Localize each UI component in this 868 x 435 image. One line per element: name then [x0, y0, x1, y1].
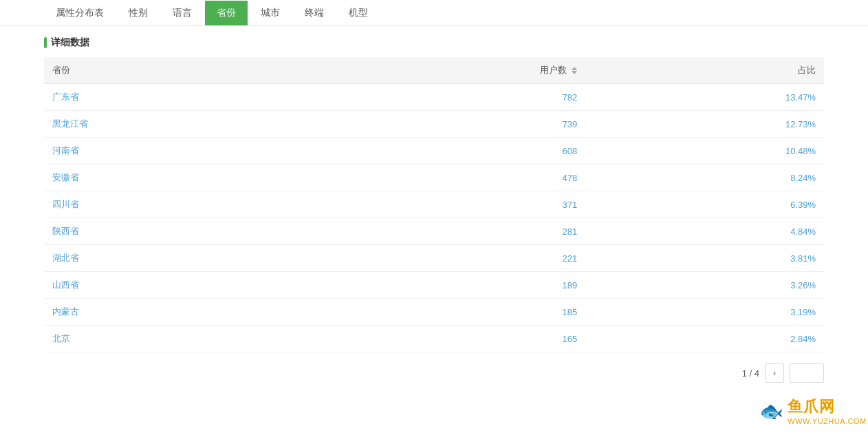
table-row: 山西省1893.26% — [44, 272, 824, 299]
table-header-row: 省份 用户数 占比 — [44, 57, 824, 84]
cell-users-4: 371 — [310, 191, 585, 218]
col-ratio: 占比 — [585, 57, 824, 84]
cell-ratio-1: 12.73% — [585, 111, 824, 138]
section-title-text: 详细数据 — [51, 36, 89, 49]
col-users[interactable]: 用户数 — [310, 57, 585, 84]
table-row: 黑龙江省73912.73% — [44, 111, 824, 138]
sort-icon — [572, 67, 577, 74]
sort-up-arrow — [572, 67, 577, 70]
page-wrapper: 属性分布表性别语言省份城市终端机型 详细数据 省份 用户数 占比 广东省7821… — [0, 0, 868, 435]
cell-ratio-2: 10.48% — [585, 138, 824, 165]
table-row: 四川省3716.39% — [44, 191, 824, 218]
section-title: 详细数据 — [44, 36, 89, 49]
table-row: 河南省60810.48% — [44, 138, 824, 165]
cell-users-3: 478 — [310, 165, 585, 191]
cell-province-8[interactable]: 内蒙古 — [44, 299, 310, 326]
cell-province-4[interactable]: 四川省 — [44, 191, 310, 218]
tab-item-5[interactable]: 终端 — [293, 1, 336, 25]
table-row: 北京1652.84% — [44, 326, 824, 352]
cell-province-7[interactable]: 山西省 — [44, 272, 310, 299]
watermark-text-block: 鱼爪网 WWW.YUZHUA.COM — [788, 396, 867, 425]
section-header: 详细数据 — [0, 25, 868, 57]
table-row: 安徽省4788.24% — [44, 165, 824, 191]
cell-ratio-3: 8.24% — [585, 165, 824, 191]
data-table: 省份 用户数 占比 广东省78213.47%黑龙江省73912.73%河南省60… — [44, 57, 824, 352]
sort-down-arrow — [572, 71, 577, 74]
cell-ratio-5: 4.84% — [585, 218, 824, 245]
watermark-logo: 🐟 鱼爪网 WWW.YUZHUA.COM — [759, 396, 867, 425]
cell-users-7: 189 — [310, 272, 585, 299]
watermark: 🐟 鱼爪网 WWW.YUZHUA.COM — [758, 387, 868, 435]
cell-province-3[interactable]: 安徽省 — [44, 165, 310, 191]
cell-users-0: 782 — [310, 84, 585, 111]
cell-users-6: 221 — [310, 245, 585, 272]
table-head: 省份 用户数 占比 — [44, 57, 824, 84]
cell-province-1[interactable]: 黑龙江省 — [44, 111, 310, 138]
cell-ratio-7: 3.26% — [585, 272, 824, 299]
cell-users-5: 281 — [310, 218, 585, 245]
tab-item-1[interactable]: 性别 — [117, 1, 160, 25]
tab-item-3[interactable]: 省份 — [205, 1, 248, 25]
cell-users-9: 165 — [310, 326, 585, 352]
watermark-fish-icon: 🐟 — [759, 400, 783, 423]
cell-ratio-9: 2.84% — [585, 326, 824, 352]
page-jump-input[interactable] — [790, 363, 824, 383]
cell-ratio-0: 13.47% — [585, 84, 824, 111]
cell-users-1: 739 — [310, 111, 585, 138]
table-row: 内蒙古1853.19% — [44, 299, 824, 326]
table-row: 湖北省2213.81% — [44, 245, 824, 272]
cell-ratio-8: 3.19% — [585, 299, 824, 326]
cell-province-5[interactable]: 陕西省 — [44, 218, 310, 245]
next-page-button[interactable]: › — [765, 363, 784, 383]
pagination-row: 1 / 4 › — [0, 352, 868, 394]
cell-province-9[interactable]: 北京 — [44, 326, 310, 352]
table-row: 广东省78213.47% — [44, 84, 824, 111]
tab-item-6[interactable]: 机型 — [337, 1, 380, 25]
cell-province-2[interactable]: 河南省 — [44, 138, 310, 165]
watermark-url-text: WWW.YUZHUA.COM — [788, 417, 867, 425]
table-body: 广东省78213.47%黑龙江省73912.73%河南省60810.48%安徽省… — [44, 84, 824, 352]
cell-province-0[interactable]: 广东省 — [44, 84, 310, 111]
watermark-cn-text: 鱼爪网 — [788, 396, 867, 417]
page-info: 1 / 4 — [742, 368, 759, 379]
cell-users-2: 608 — [310, 138, 585, 165]
cell-ratio-4: 6.39% — [585, 191, 824, 218]
tab-item-2[interactable]: 语言 — [161, 1, 204, 25]
tab-item-0[interactable]: 属性分布表 — [44, 1, 116, 25]
table-row: 陕西省2814.84% — [44, 218, 824, 245]
cell-province-6[interactable]: 湖北省 — [44, 245, 310, 272]
cell-ratio-6: 3.81% — [585, 245, 824, 272]
tab-bar: 属性分布表性别语言省份城市终端机型 — [0, 0, 868, 25]
tab-item-4[interactable]: 城市 — [249, 1, 292, 25]
cell-users-8: 185 — [310, 299, 585, 326]
col-province: 省份 — [44, 57, 310, 84]
